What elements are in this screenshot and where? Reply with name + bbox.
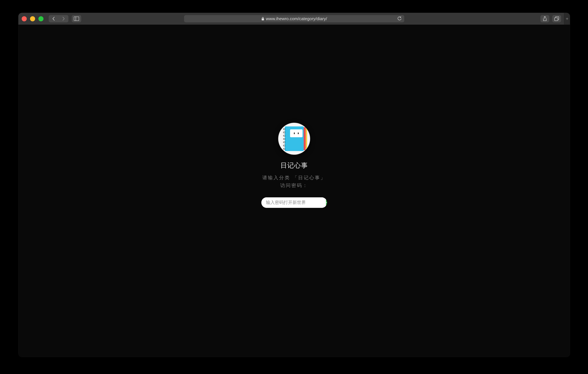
tabs-icon [554, 16, 559, 21]
chevron-right-icon [62, 16, 65, 21]
notebook-icon [284, 127, 305, 151]
svg-rect-2 [262, 18, 264, 20]
new-tab-button[interactable]: + [564, 13, 570, 25]
arrow-right-icon [326, 201, 327, 204]
svg-rect-0 [74, 17, 79, 21]
forward-button[interactable] [59, 15, 68, 22]
password-input[interactable] [261, 197, 326, 208]
minimize-window-button[interactable] [30, 16, 35, 21]
prompt-subtitle: 请输入分类 「日记心事」 访问密码： [260, 174, 329, 189]
sidebar-icon [74, 17, 79, 21]
address-bar[interactable]: www.ihewro.com/category/diary/ [184, 15, 404, 22]
submit-button[interactable] [326, 197, 327, 208]
chevron-left-icon [52, 16, 55, 21]
category-title: 日记心事 [280, 161, 308, 170]
close-window-button[interactable] [22, 16, 27, 21]
toolbar-right: + [540, 13, 567, 25]
reload-button[interactable] [397, 16, 402, 21]
browser-window: www.ihewro.com/category/diary/ + [18, 13, 570, 357]
lock-icon [261, 17, 264, 21]
password-form [261, 197, 327, 208]
window-controls [22, 16, 43, 21]
share-icon [543, 16, 547, 21]
back-button[interactable] [49, 15, 59, 22]
browser-titlebar: www.ihewro.com/category/diary/ + [18, 13, 570, 25]
navigation-buttons [49, 15, 68, 22]
reload-icon [397, 16, 402, 21]
password-prompt-card: 日记心事 请输入分类 「日记心事」 访问密码： [260, 123, 329, 208]
url-text: www.ihewro.com/category/diary/ [266, 16, 327, 21]
svg-rect-3 [555, 18, 558, 21]
tabs-button[interactable] [552, 15, 561, 22]
maximize-window-button[interactable] [38, 16, 43, 21]
sidebar-toggle-button[interactable] [72, 15, 81, 22]
page-content: 日记心事 请输入分类 「日记心事」 访问密码： [18, 25, 570, 357]
plus-icon: + [566, 16, 568, 21]
category-avatar [278, 123, 310, 155]
share-button[interactable] [540, 15, 549, 22]
